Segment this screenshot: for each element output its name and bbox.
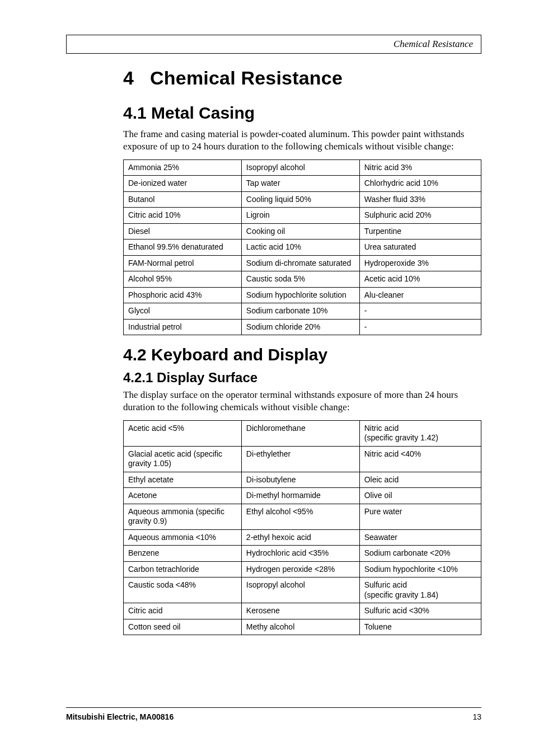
- table-cell: Pure water: [359, 504, 481, 529]
- table-cell: Olive oil: [359, 488, 481, 504]
- table-row: Citric acid 10%LigroinSulphuric acid 20%: [124, 208, 481, 224]
- table-cell: Glycol: [124, 303, 242, 320]
- section-4-1-paragraph: The frame and casing material is powder-…: [123, 128, 481, 153]
- table-row: ButanolCooling liquid 50%Washer fluid 33…: [124, 191, 481, 208]
- chapter-heading: 4 Chemical Resistance: [123, 67, 481, 89]
- table-cell: Aqueous ammonia <10%: [124, 529, 242, 546]
- page-footer: Mitsubishi Electric, MA00816 13: [66, 707, 481, 721]
- table-row: FAM-Normal petrolSodium di-chromate satu…: [124, 255, 481, 271]
- table-cell: Sodium carbonate <20%: [359, 546, 481, 562]
- table-row: Alcohol 95%Caustic soda 5%Acetic acid 10…: [124, 271, 481, 288]
- table-cell: Acetic acid <5%: [124, 420, 242, 446]
- table-cell: Methy alcohol: [241, 619, 359, 635]
- table-cell: Kerosene: [241, 603, 359, 619]
- table-row: DieselCooking oilTurpentine: [124, 223, 481, 240]
- table-row: Aqueous ammonia (specific gravity 0.9)Et…: [124, 504, 481, 529]
- table-row: Glacial acetic acid (specific gravity 1.…: [124, 446, 481, 472]
- table-cell: Cooking oil: [241, 223, 359, 240]
- table-cell: Alu-cleaner: [359, 287, 481, 303]
- table-cell: Washer fluid 33%: [359, 191, 481, 208]
- table-cell: Industrial petrol: [124, 319, 242, 335]
- footer-page-number: 13: [472, 712, 481, 721]
- table-row: Carbon tetrachlorideHydrogen peroxide <2…: [124, 561, 481, 577]
- table-row: Cotton seed oilMethy alcoholToluene: [124, 619, 481, 635]
- table-cell: Urea saturated: [359, 240, 481, 256]
- table-cell: Glacial acetic acid (specific gravity 1.…: [124, 446, 242, 472]
- table-cell: FAM-Normal petrol: [124, 255, 242, 271]
- table-cell: Ethyl alcohol <95%: [241, 504, 359, 529]
- table-cell: -: [359, 319, 481, 335]
- table-cell: Citric acid: [124, 603, 242, 619]
- section-4-1-heading: 4.1 Metal Casing: [123, 104, 481, 123]
- table-cell: Sulphuric acid 20%: [359, 208, 481, 224]
- table-row: GlycolSodium carbonate 10%-: [124, 303, 481, 320]
- table-cell: -: [359, 303, 481, 320]
- table-cell: Sodium di-chromate saturated: [241, 255, 359, 271]
- table-cell: Ligroin: [241, 208, 359, 224]
- table-row: Acetic acid <5%DichloromethaneNitric aci…: [124, 420, 481, 446]
- table-cell: Tap water: [241, 176, 359, 192]
- running-header: Chemical Resistance: [66, 35, 481, 54]
- table-cell: Citric acid 10%: [124, 208, 242, 224]
- table-cell: Phosphoric acid 43%: [124, 287, 242, 303]
- table-row: Ammonia 25%Isopropyl alcoholNitric acid …: [124, 159, 481, 176]
- table-cell: Di-methyl hormamide: [241, 488, 359, 504]
- table-cell: Sodium carbonate 10%: [241, 303, 359, 320]
- table-cell: Isopropyl alcohol: [241, 159, 359, 176]
- table-cell: Acetone: [124, 488, 242, 504]
- table-cell: Sulfuric acid(specific gravity 1.84): [359, 577, 481, 603]
- table-row: Phosphoric acid 43%Sodium hypochlorite s…: [124, 287, 481, 303]
- table-cell: De-ionized water: [124, 176, 242, 192]
- table-cell: Diesel: [124, 223, 242, 240]
- section-4-2-heading: 4.2 Keyboard and Display: [123, 345, 481, 364]
- table-row: Aqueous ammonia <10%2-ethyl hexoic acidS…: [124, 529, 481, 546]
- table-cell: Turpentine: [359, 223, 481, 240]
- table-cell: Cotton seed oil: [124, 619, 242, 635]
- table-cell: Nitric acid <40%: [359, 446, 481, 472]
- metal-casing-table: Ammonia 25%Isopropyl alcoholNitric acid …: [123, 159, 481, 336]
- table-cell: Di-ethylether: [241, 446, 359, 472]
- subsection-4-2-1-paragraph: The display surface on the operator term…: [123, 389, 481, 414]
- running-title: Chemical Resistance: [394, 39, 473, 50]
- table-cell: Ethanol 99.5% denaturated: [124, 240, 242, 256]
- chapter-title: Chemical Resistance: [150, 67, 343, 88]
- table-cell: Toluene: [359, 619, 481, 635]
- table-cell: Chlorhydric acid 10%: [359, 176, 481, 192]
- table-cell: Cooling liquid 50%: [241, 191, 359, 208]
- table-cell: Sodium hypochlorite <10%: [359, 561, 481, 577]
- subsection-4-2-1-heading: 4.2.1 Display Surface: [123, 370, 481, 386]
- table-cell: Ammonia 25%: [124, 159, 242, 176]
- table-cell: Hydrogen peroxide <28%: [241, 561, 359, 577]
- table-cell: Benzene: [124, 546, 242, 562]
- table-row: De-ionized waterTap waterChlorhydric aci…: [124, 176, 481, 192]
- table-cell: 2-ethyl hexoic acid: [241, 529, 359, 546]
- table-cell: Seawater: [359, 529, 481, 546]
- table-row: Ethyl acetateDi-isobutyleneOleic acid: [124, 472, 481, 488]
- table-cell: Caustic soda 5%: [241, 271, 359, 288]
- table-row: Industrial petrolSodium chloride 20%-: [124, 319, 481, 335]
- table-cell: Nitric acid(specific gravity 1.42): [359, 420, 481, 446]
- table-cell: Di-isobutylene: [241, 472, 359, 488]
- table-cell: Butanol: [124, 191, 242, 208]
- table-cell: Aqueous ammonia (specific gravity 0.9): [124, 504, 242, 529]
- table-row: Caustic soda <48%Isopropyl alcoholSulfur…: [124, 577, 481, 603]
- table-row: AcetoneDi-methyl hormamideOlive oil: [124, 488, 481, 504]
- table-cell: Acetic acid 10%: [359, 271, 481, 288]
- display-surface-table: Acetic acid <5%DichloromethaneNitric aci…: [123, 420, 481, 636]
- table-cell: Sulfuric acid <30%: [359, 603, 481, 619]
- table-row: Citric acidKeroseneSulfuric acid <30%: [124, 603, 481, 619]
- table-cell: Alcohol 95%: [124, 271, 242, 288]
- table-cell: Ethyl acetate: [124, 472, 242, 488]
- table-cell: Hydrochloric acid <35%: [241, 546, 359, 562]
- table-cell: Isopropyl alcohol: [241, 577, 359, 603]
- table-cell: Nitric acid 3%: [359, 159, 481, 176]
- chapter-number: 4: [123, 67, 134, 88]
- table-cell: Hydroperoxide 3%: [359, 255, 481, 271]
- table-cell: Lactic acid 10%: [241, 240, 359, 256]
- table-cell: Dichloromethane: [241, 420, 359, 446]
- table-cell: Sodium hypochlorite solution: [241, 287, 359, 303]
- table-cell: Sodium chloride 20%: [241, 319, 359, 335]
- footer-left: Mitsubishi Electric, MA00816: [66, 712, 174, 721]
- table-cell: Caustic soda <48%: [124, 577, 242, 603]
- table-row: BenzeneHydrochloric acid <35%Sodium carb…: [124, 546, 481, 562]
